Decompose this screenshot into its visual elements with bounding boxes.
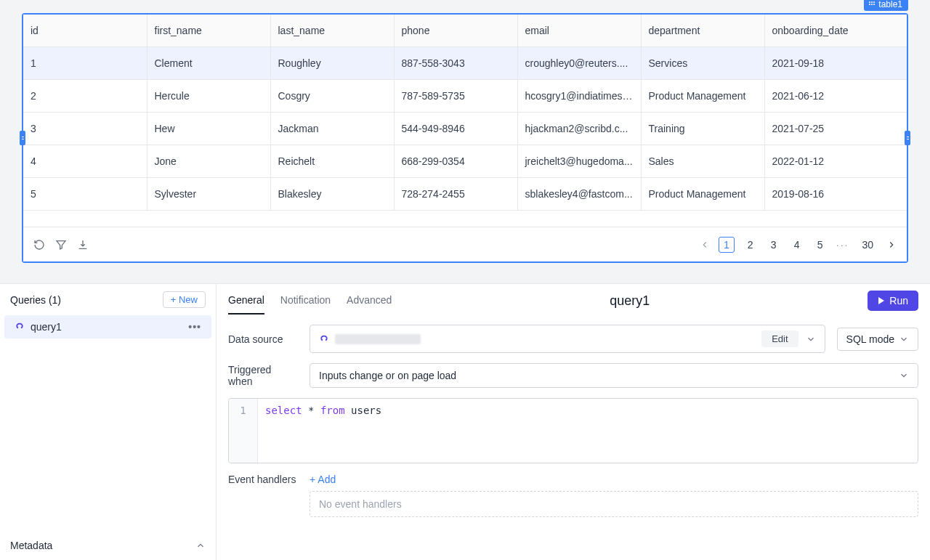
page-number[interactable]: 4	[790, 238, 804, 252]
download-icon[interactable]	[77, 239, 89, 251]
bottom-panel: Queries (1) + New query1 ••• Metadata Ge…	[0, 283, 930, 560]
table-cell[interactable]: Jackman	[270, 113, 394, 145]
table-row[interactable]: 5SylvesterBlakesley728-274-2455sblakesle…	[23, 178, 907, 211]
query-editor: General Notification Advanced query1 Run…	[217, 284, 930, 560]
col-header[interactable]: last_name	[270, 15, 394, 47]
col-header[interactable]: first_name	[147, 15, 270, 47]
table-cell[interactable]: Cosgry	[270, 80, 394, 113]
svg-point-3	[869, 4, 870, 5]
line-gutter: 1	[229, 399, 258, 463]
run-button[interactable]: Run	[868, 291, 918, 311]
table-cell[interactable]: Hercule	[147, 80, 270, 113]
table-cell[interactable]: 2022-01-12	[764, 145, 907, 178]
svg-point-1	[871, 1, 873, 3]
svg-point-2	[873, 1, 875, 3]
page-number[interactable]: 5	[813, 238, 828, 252]
page-number[interactable]: 3	[767, 238, 781, 252]
col-header[interactable]: phone	[394, 15, 517, 47]
table-cell[interactable]: 2021-07-25	[764, 113, 907, 145]
query-name[interactable]: query1	[392, 293, 868, 312]
tab-general[interactable]: General	[228, 290, 264, 315]
svg-point-0	[869, 1, 870, 3]
table-cell[interactable]: 728-274-2455	[394, 178, 517, 211]
refresh-icon[interactable]	[33, 239, 45, 251]
col-header[interactable]: department	[641, 15, 764, 47]
table-cell[interactable]: Services	[641, 47, 764, 80]
table-cell[interactable]: Hew	[147, 113, 270, 145]
trigger-select[interactable]: Inputs change or on page load	[310, 363, 918, 388]
drag-grid-icon	[868, 1, 876, 8]
col-header[interactable]: id	[23, 15, 147, 47]
table-component[interactable]: table1 id first_name last_name phone ema…	[22, 13, 908, 263]
sql-mode-button[interactable]: SQL mode	[837, 328, 918, 351]
resize-handle-right[interactable]	[905, 131, 910, 145]
table-cell[interactable]: 668-299-0354	[394, 145, 517, 178]
table-cell[interactable]: 5	[23, 178, 147, 211]
page-ellipsis: ···	[836, 239, 849, 251]
table-row[interactable]: 2HerculeCosgry787-589-5735hcosgry1@india…	[23, 80, 907, 113]
table-cell[interactable]: Sylvester	[147, 178, 270, 211]
table-cell[interactable]: Blakesley	[270, 178, 394, 211]
resize-handle-left[interactable]	[20, 131, 25, 145]
table-cell[interactable]: 1	[23, 47, 147, 80]
table-cell[interactable]: Product Management	[641, 178, 764, 211]
filter-icon[interactable]	[55, 239, 67, 251]
chevron-down-icon	[899, 334, 909, 344]
query-more-icon[interactable]: •••	[188, 321, 201, 333]
query-item-name: query1	[31, 321, 62, 333]
sql-editor[interactable]: 1 select * from users	[228, 398, 918, 463]
table-cell[interactable]: 2021-06-12	[764, 80, 907, 113]
table-cell[interactable]: 2021-09-18	[764, 47, 907, 80]
table-cell[interactable]: Jone	[147, 145, 270, 178]
svg-point-5	[873, 4, 875, 5]
col-header[interactable]: email	[517, 15, 641, 47]
query-list-item[interactable]: query1 •••	[4, 315, 211, 338]
canvas-area: table1 id first_name last_name phone ema…	[0, 0, 930, 283]
table-cell[interactable]: sblakesley4@fastcom...	[517, 178, 641, 211]
table-cell[interactable]: 3	[23, 113, 147, 145]
data-table: id first_name last_name phone email depa…	[23, 15, 907, 211]
table-cell[interactable]: jreichelt3@hugedoma...	[517, 145, 641, 178]
chevron-down-icon	[806, 334, 816, 344]
table-cell[interactable]: 2019-08-16	[764, 178, 907, 211]
table-cell[interactable]: Product Management	[641, 80, 764, 113]
page-number[interactable]: 1	[719, 237, 735, 253]
trigger-value: Inputs change or on page load	[319, 370, 456, 381]
table-cell[interactable]: Clement	[147, 47, 270, 80]
table-cell[interactable]: Sales	[641, 145, 764, 178]
table-cell[interactable]: Roughley	[270, 47, 394, 80]
page-number[interactable]: 2	[743, 238, 758, 252]
queries-sidebar: Queries (1) + New query1 ••• Metadata	[0, 284, 217, 560]
add-event-handler-button[interactable]: + Add	[310, 474, 918, 485]
table-cell[interactable]: hcosgry1@indiatimes....	[517, 80, 641, 113]
table-cell[interactable]: hjackman2@scribd.c...	[517, 113, 641, 145]
page-next[interactable]	[886, 240, 897, 250]
sql-text[interactable]: select * from users	[258, 399, 389, 463]
tab-advanced[interactable]: Advanced	[347, 290, 392, 315]
data-source-select[interactable]: Edit	[310, 325, 825, 353]
edit-datasource-button[interactable]: Edit	[761, 330, 798, 347]
table-cell[interactable]: Reichelt	[270, 145, 394, 178]
play-icon	[878, 297, 885, 304]
table-cell[interactable]: 4	[23, 145, 147, 178]
table-cell[interactable]: 2	[23, 80, 147, 113]
table-cell[interactable]: 787-589-5735	[394, 80, 517, 113]
table-cell[interactable]: croughley0@reuters....	[517, 47, 641, 80]
table-cell[interactable]: 887-558-3043	[394, 47, 517, 80]
trigger-label: Triggered when	[228, 364, 298, 387]
col-header[interactable]: onboarding_date	[764, 15, 907, 47]
editor-tabs: General Notification Advanced	[228, 290, 392, 315]
page-prev[interactable]	[700, 240, 710, 250]
new-query-button[interactable]: + New	[163, 291, 206, 308]
page-number-last[interactable]: 30	[857, 238, 878, 252]
table-row[interactable]: 1ClementRoughley887-558-3043croughley0@r…	[23, 47, 907, 80]
metadata-toggle[interactable]: Metadata	[0, 531, 216, 560]
tab-notification[interactable]: Notification	[280, 290, 331, 315]
table-row[interactable]: 3HewJackman544-949-8946hjackman2@scribd.…	[23, 113, 907, 145]
table-cell[interactable]: Training	[641, 113, 764, 145]
table-cell[interactable]: 544-949-8946	[394, 113, 517, 145]
table-row[interactable]: 4JoneReichelt668-299-0354jreichelt3@huge…	[23, 145, 907, 178]
table-footer: 1 2 3 4 5 ··· 30	[23, 227, 907, 261]
widget-tag[interactable]: table1	[864, 0, 908, 11]
postgres-icon	[319, 334, 329, 344]
